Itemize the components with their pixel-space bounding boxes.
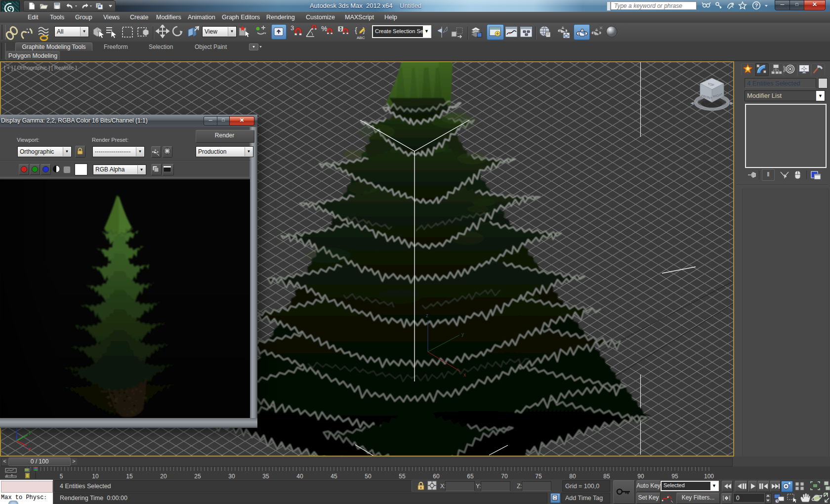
svg-text:45: 45 (331, 473, 337, 480)
svg-text:3: 3 (290, 25, 294, 32)
svg-text:40: 40 (296, 473, 303, 480)
svg-text:10: 10 (92, 473, 99, 480)
svg-text:85: 85 (603, 473, 610, 480)
svg-text:55: 55 (399, 473, 406, 480)
svg-text:z: z (426, 313, 428, 318)
svg-text:{: { (355, 26, 357, 34)
svg-text:65: 65 (467, 473, 474, 480)
svg-text:25: 25 (194, 473, 201, 480)
svg-text:50: 50 (365, 473, 372, 480)
svg-text:ABC: ABC (357, 36, 365, 40)
svg-text:100: 100 (704, 473, 714, 480)
svg-text:90: 90 (637, 473, 644, 480)
svg-text:15: 15 (126, 473, 133, 480)
svg-text:80: 80 (569, 473, 576, 480)
svg-text:y: y (29, 429, 32, 435)
svg-text:75: 75 (535, 473, 542, 480)
svg-text:95: 95 (671, 473, 678, 480)
svg-text:x: x (463, 372, 466, 378)
svg-text:%: % (321, 25, 327, 33)
svg-text:x: x (28, 446, 31, 452)
svg-text:30: 30 (228, 473, 235, 480)
svg-text:?: ? (755, 2, 758, 8)
svg-text:60: 60 (433, 473, 440, 480)
svg-text:70: 70 (501, 473, 508, 480)
svg-text:y: y (461, 332, 464, 337)
svg-text:35: 35 (262, 473, 269, 480)
svg-text:5: 5 (60, 473, 63, 480)
svg-text:20: 20 (160, 473, 167, 480)
